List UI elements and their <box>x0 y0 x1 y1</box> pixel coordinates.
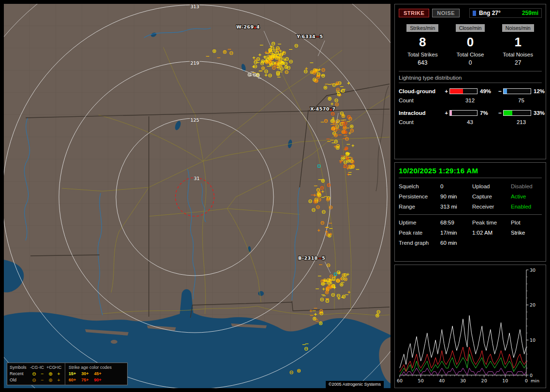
total-close-value: 0 <box>447 59 494 66</box>
intracloud-distribution: Intracloud + 7% − 33% Count 43 213 <box>399 108 542 126</box>
ic-positive-count: 43 <box>443 119 497 125</box>
receiver-label: Receiver <box>472 204 511 210</box>
range-label: Range <box>399 204 440 210</box>
range-value: 259mi <box>522 10 538 16</box>
ic-positive-bar <box>449 110 478 116</box>
storm-cell-label: B-2318−5 <box>298 255 325 261</box>
legend-col-neg-cg: -CG <box>30 365 38 370</box>
cg-negative-pct: 12% <box>531 88 546 94</box>
receiver-value: Enabled <box>511 204 542 210</box>
age-code: 75+ <box>81 378 88 382</box>
circle-minus-icon: ⊖ <box>30 378 38 383</box>
trend-graph-label: Trend graph <box>399 240 440 246</box>
storm-cell-label: Y-6334−5 <box>296 34 323 39</box>
cg-negative-count: 75 <box>497 98 546 103</box>
range-ring-label: 313 <box>190 4 199 9</box>
range-setting-value: 313 mi <box>440 204 472 210</box>
bearing-value: Bng 27° <box>479 10 501 16</box>
trend-graph-value: 60 min <box>440 240 472 246</box>
ic-negative-bar <box>503 110 531 116</box>
legend-recent-label: Recent <box>10 372 30 376</box>
status-grid: Squelch 0 Upload Disabled Persistence 90… <box>399 183 542 210</box>
upload-value: Disabled <box>511 183 542 189</box>
age-code: 30+ <box>81 372 88 376</box>
peak-time-value: 1:02 AM <box>472 230 511 236</box>
svg-text:50: 50 <box>418 378 424 383</box>
noises-per-min-value: 1 <box>494 35 542 50</box>
ic-negative-pct: 33% <box>531 110 546 116</box>
ic-positive-bar-fill <box>450 111 452 115</box>
status-panel: 10/20/2025 1:29:16 AM Squelch 0 Upload D… <box>394 162 546 262</box>
total-noises-value: 27 <box>494 59 542 66</box>
ic-negative-bar-fill <box>504 111 512 115</box>
uptime-grid: Uptime 68:59 Peak time Plot Peak rate 17… <box>399 220 542 236</box>
squelch-value: 0 <box>440 183 472 189</box>
close-per-min-value: 0 <box>447 35 494 50</box>
lightning-tracker-app: 31321912531W-269▴4Y-6334−5X-4570▴7B-2318… <box>0 0 550 392</box>
noises-per-min-chip: Noises/min <box>502 24 534 32</box>
distribution-title: Lightning type distribution <box>399 75 542 83</box>
age-code: 15+ <box>69 372 76 376</box>
svg-text:0: 0 <box>530 373 533 378</box>
plus-icon: + <box>55 372 63 377</box>
trend-graph: 01020306050403020100min <box>396 266 545 387</box>
legend-col-pos-cg: +CG <box>46 365 55 370</box>
legend-symbols-header: Symbols <box>10 365 30 370</box>
cg-negative-bar <box>503 88 531 94</box>
svg-text:60: 60 <box>397 378 403 383</box>
cloud-ground-label: Cloud-ground <box>399 88 443 94</box>
trend-setting-row: Trend graph 60 min <box>399 240 542 246</box>
total-strikes-label: Total Strikes <box>399 52 447 57</box>
range-ring-label: 31 <box>194 176 200 181</box>
svg-text:0: 0 <box>525 378 528 383</box>
peak-time-label: Peak time <box>472 220 511 225</box>
total-strikes-value: 643 <box>399 59 447 66</box>
upload-label: Upload <box>472 183 511 189</box>
minus-icon: − <box>38 378 46 383</box>
range-ring-label: 125 <box>190 117 199 123</box>
age-code: 60+ <box>69 378 76 382</box>
persistence-value: 90 min <box>440 194 472 199</box>
ic-negative-count: 213 <box>497 119 546 125</box>
map-svg: 31321912531W-269▴4Y-6334−5X-4570▴7B-2318… <box>4 4 391 388</box>
capture-value: Active <box>511 194 542 199</box>
storm-cell-label: X-4570▴7 <box>310 106 335 112</box>
close-per-min-chip: Close/min <box>456 24 485 32</box>
age-code: 45+ <box>94 372 101 376</box>
minus-icon: − <box>38 372 46 377</box>
count-label: Count <box>399 98 443 103</box>
sidebar: STRIKE NOISE Bng 27° 259mi Strikes/min 8… <box>394 4 546 388</box>
svg-text:10: 10 <box>530 337 536 343</box>
peak-rate-value: 17/min <box>440 230 472 236</box>
strikes-per-min-chip: Strikes/min <box>406 24 438 32</box>
total-close-label: Total Close <box>447 52 494 57</box>
age-codes-title: Strike age color codes <box>69 364 124 371</box>
ic-positive-pct: 7% <box>478 110 497 116</box>
strike-stats-panel: STRIKE NOISE Bng 27° 259mi Strikes/min 8… <box>394 4 546 159</box>
circle-plus-icon: ⊕ <box>46 378 55 383</box>
lightning-map[interactable]: 31321912531W-269▴4Y-6334−5X-4570▴7B-2318… <box>4 4 391 388</box>
range-ring-label: 219 <box>190 60 199 66</box>
close-column: Close/min 0 Total Close 0 <box>447 23 494 66</box>
uptime-label: Uptime <box>399 220 440 225</box>
uptime-value: 68:59 <box>440 220 472 225</box>
cg-positive-bar-fill <box>450 89 463 94</box>
strikes-column: Strikes/min 8 Total Strikes 643 <box>399 23 447 66</box>
strikes-per-min-value: 8 <box>399 35 447 50</box>
svg-text:20: 20 <box>530 302 536 308</box>
svg-text:min: min <box>531 378 539 383</box>
trend-series <box>400 368 526 376</box>
noise-indicator-button[interactable]: NOISE <box>432 9 460 17</box>
legend-old-label: Old <box>10 378 30 382</box>
plot-value: Strike <box>511 230 542 236</box>
svg-text:40: 40 <box>439 378 445 383</box>
antenna-icon <box>473 11 476 16</box>
cg-positive-bar <box>449 88 478 94</box>
strike-indicator-button[interactable]: STRIKE <box>399 9 429 17</box>
cg-positive-count: 312 <box>443 98 497 103</box>
legend-col-pos-ic: +IC <box>55 365 63 370</box>
plot-label: Plot <box>511 220 542 225</box>
trend-series <box>400 316 526 368</box>
noises-column: Noises/min 1 Total Noises 27 <box>494 23 542 66</box>
rates-grid: Strikes/min 8 Total Strikes 643 Close/mi… <box>399 23 542 66</box>
